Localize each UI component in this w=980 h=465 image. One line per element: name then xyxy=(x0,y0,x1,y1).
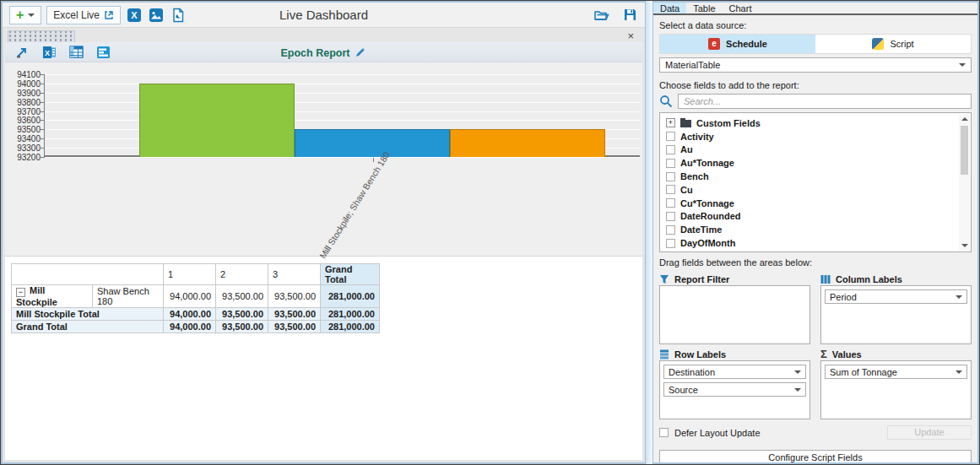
area-field-dropdown[interactable]: Period xyxy=(825,289,967,304)
field-label: Bench xyxy=(680,171,709,181)
configure-script-fields-button[interactable]: Configure Script Fields xyxy=(659,450,972,462)
field-checkbox[interactable] xyxy=(666,185,675,194)
field-item[interactable]: DayOfMonth xyxy=(666,236,956,250)
tab-table[interactable]: Table xyxy=(686,3,722,14)
field-item[interactable]: Au*Tonnage xyxy=(666,156,956,170)
open-folder-icon[interactable] xyxy=(593,7,609,24)
gridline xyxy=(45,157,640,158)
field-item[interactable]: Cu*Tonnage xyxy=(666,197,956,210)
y-axis-tick xyxy=(40,84,45,84)
panel-tabs: Data Table Chart xyxy=(653,3,977,15)
close-icon[interactable]: × xyxy=(627,30,634,42)
excel-live-button[interactable]: Excel Live xyxy=(46,6,121,24)
cell-grand-total: 281,000.00 xyxy=(321,321,380,333)
defer-layout-label: Defer Layout Update xyxy=(674,428,761,438)
field-item[interactable]: Bench xyxy=(666,170,956,183)
field-checkbox[interactable] xyxy=(666,225,675,235)
external-link-icon xyxy=(104,10,114,20)
chevron-down-icon xyxy=(794,388,801,392)
y-axis-label: 93800 xyxy=(7,97,41,106)
chart-layout-icon[interactable] xyxy=(95,44,111,61)
column-labels-title: Column Labels xyxy=(836,274,902,284)
field-checkbox[interactable] xyxy=(666,159,675,168)
field-item[interactable]: Activity xyxy=(666,130,956,143)
table-layout-icon[interactable] xyxy=(68,44,84,61)
widget-grip-row: × xyxy=(5,30,642,42)
report-filter-box[interactable] xyxy=(659,285,810,344)
field-label: DateTime xyxy=(680,224,722,235)
export-excel-icon[interactable]: X xyxy=(126,7,143,24)
field-checkbox[interactable] xyxy=(666,212,675,221)
cell-value: 93,500.00 xyxy=(216,308,268,321)
export-image-icon[interactable] xyxy=(148,7,165,24)
arrow-down-icon xyxy=(961,244,968,247)
widget-drag-handle[interactable] xyxy=(8,30,75,42)
field-item[interactable]: DateRounded xyxy=(666,210,956,224)
gridline xyxy=(45,74,640,75)
export-pdf-icon[interactable] xyxy=(170,7,187,24)
main-toolbar: + Excel Live X Live Dashboard xyxy=(3,3,645,28)
schedule-icon: e xyxy=(708,38,720,50)
vertical-scrollbar[interactable] xyxy=(645,1,653,464)
save-icon[interactable] xyxy=(621,7,638,24)
excel-widget-icon[interactable]: X xyxy=(41,44,57,61)
tab-chart[interactable]: Chart xyxy=(723,3,759,14)
field-checkbox[interactable] xyxy=(666,239,675,248)
y-axis-label: 93300 xyxy=(7,143,41,153)
field-item[interactable]: Au xyxy=(666,143,956,157)
bar-series-3 xyxy=(450,129,605,157)
area-field-label: Sum of Tonnage xyxy=(830,367,897,377)
source-schedule-button[interactable]: e Schedule xyxy=(660,35,815,53)
bar-series-1 xyxy=(139,84,295,157)
popout-icon[interactable] xyxy=(14,44,30,61)
field-checkbox[interactable] xyxy=(666,172,675,181)
field-label: Cu*Tonnage xyxy=(680,198,734,208)
field-label: DayOfMonth xyxy=(680,238,735,248)
field-label: Activity xyxy=(680,132,714,142)
collapse-button[interactable]: − xyxy=(16,288,25,297)
area-field-dropdown[interactable]: Destination xyxy=(663,365,806,379)
area-field-dropdown[interactable]: Sum of Tonnage xyxy=(825,365,967,379)
row-labels-icon xyxy=(659,349,669,360)
scrollbar-thumb[interactable] xyxy=(961,126,968,175)
pivot-header-row: 1 2 3 Grand Total xyxy=(12,264,380,285)
field-item[interactable]: +Custom Fields xyxy=(666,116,956,130)
cell-value: 94,000.00 xyxy=(164,321,216,333)
table-select[interactable]: MaterialTable xyxy=(659,57,972,73)
widget-toolbar: X Epoch Report xyxy=(5,42,642,62)
gridline xyxy=(45,93,640,94)
y-axis-label: 93200 xyxy=(7,153,41,162)
update-button[interactable]: Update xyxy=(887,425,972,440)
expand-button[interactable]: + xyxy=(666,118,675,127)
field-label: Custom Fields xyxy=(696,118,761,128)
chevron-down-icon xyxy=(959,63,966,67)
field-list-scrollbar[interactable] xyxy=(959,114,970,251)
header-period-2: 2 xyxy=(216,264,268,285)
field-checkbox[interactable] xyxy=(666,145,675,154)
values-box[interactable]: Sum of Tonnage xyxy=(820,360,972,419)
edit-pencil-icon[interactable] xyxy=(355,46,366,58)
field-label: DateRounded xyxy=(680,211,741,221)
area-field-label: Source xyxy=(669,385,698,395)
search-input[interactable] xyxy=(678,94,972,109)
scroll-up-button[interactable] xyxy=(959,114,970,124)
defer-layout-checkbox[interactable] xyxy=(659,428,669,437)
tab-data[interactable]: Data xyxy=(653,3,686,14)
area-field-dropdown[interactable]: Source xyxy=(663,382,806,397)
row-labels-box[interactable]: DestinationSource xyxy=(659,360,810,419)
add-widget-button[interactable]: + xyxy=(9,6,41,24)
field-item[interactable]: DateTime xyxy=(666,223,956,236)
plus-icon: + xyxy=(16,8,24,22)
column-labels-box[interactable]: Period xyxy=(820,285,972,344)
field-item[interactable]: Cu xyxy=(666,183,956,197)
source-script-button[interactable]: Script xyxy=(815,35,971,53)
scroll-down-button[interactable] xyxy=(959,241,970,251)
field-checkbox[interactable] xyxy=(666,132,675,141)
pivot-areas: Report Filter Column Labels Period Row L… xyxy=(659,273,972,419)
x-category-label: Mill Stockpile; Shaw Bench 180 xyxy=(317,150,392,261)
row-label: Grand Total xyxy=(12,321,164,333)
chevron-down-icon xyxy=(956,295,962,299)
search-icon xyxy=(659,95,673,108)
folder-icon xyxy=(680,120,691,127)
field-checkbox[interactable] xyxy=(666,198,675,208)
